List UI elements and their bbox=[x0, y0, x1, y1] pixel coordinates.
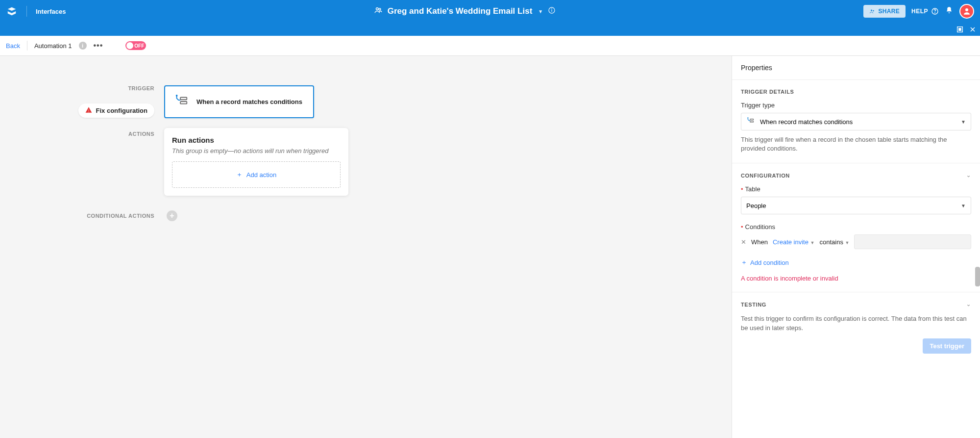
table-select[interactable]: People ▼ bbox=[741, 197, 971, 214]
user-avatar[interactable] bbox=[959, 4, 974, 19]
trigger-type-icon bbox=[746, 117, 755, 127]
trigger-type-label: Trigger type bbox=[741, 102, 971, 109]
trigger-title: When a record matches conditions bbox=[196, 98, 302, 105]
plus-icon: ＋ bbox=[741, 258, 747, 267]
top-bar: Interfaces Greg and Katie's Wedding Emai… bbox=[0, 0, 980, 23]
close-icon[interactable] bbox=[967, 24, 978, 35]
app-logo-icon[interactable] bbox=[6, 5, 18, 17]
share-label: SHARE bbox=[878, 8, 900, 15]
svg-point-14 bbox=[176, 94, 178, 96]
add-condition-label: Add condition bbox=[750, 259, 789, 266]
conditions-label: Conditions bbox=[745, 223, 775, 231]
svg-rect-19 bbox=[750, 121, 754, 122]
table-value: People bbox=[746, 202, 766, 209]
actions-card: Run actions This group is empty—no actio… bbox=[164, 128, 348, 196]
chevron-down-icon[interactable]: ⌄ bbox=[966, 301, 971, 308]
trigger-hint: This trigger will fire when a record in … bbox=[741, 135, 971, 153]
more-menu-icon[interactable]: ••• bbox=[94, 41, 103, 50]
condition-row: ✕ When Create invite ▼ contains ▼ bbox=[741, 234, 971, 249]
add-action-button[interactable]: ＋ Add action bbox=[172, 161, 341, 188]
people-icon bbox=[374, 6, 383, 17]
trigger-flow-icon bbox=[174, 94, 189, 110]
share-button[interactable]: SHARE bbox=[863, 5, 906, 18]
svg-rect-11 bbox=[958, 28, 961, 30]
svg-point-0 bbox=[376, 8, 378, 10]
help-button[interactable]: HELP bbox=[911, 7, 939, 15]
svg-point-5 bbox=[871, 10, 872, 11]
svg-point-17 bbox=[747, 117, 748, 118]
test-trigger-button[interactable]: Test trigger bbox=[923, 338, 971, 354]
condition-error-text: A condition is incomplete or invalid bbox=[741, 275, 971, 282]
table-label: Table bbox=[745, 185, 760, 193]
base-title-area[interactable]: Greg and Katie's Wedding Email List ▼ bbox=[70, 6, 859, 17]
caret-down-icon: ▼ bbox=[961, 119, 966, 125]
fix-configuration-pill[interactable]: Fix configuration bbox=[78, 103, 154, 118]
base-title: Greg and Katie's Wedding Email List bbox=[388, 6, 533, 16]
scrollbar-thumb[interactable] bbox=[975, 267, 980, 286]
info-badge-icon[interactable]: i bbox=[79, 42, 87, 50]
automation-header: Back Automation 1 i ••• OFF bbox=[0, 36, 980, 56]
empty-actions-text: This group is empty—no actions will run … bbox=[172, 147, 341, 155]
properties-header: Properties bbox=[732, 56, 980, 80]
back-button[interactable]: Back bbox=[6, 42, 20, 50]
run-actions-title: Run actions bbox=[172, 136, 341, 144]
svg-point-8 bbox=[935, 13, 935, 13]
caret-down-icon: ▼ bbox=[538, 9, 543, 14]
trigger-details-section: TRIGGER DETAILS Trigger type When record… bbox=[732, 80, 980, 163]
chevron-down-icon[interactable]: ⌄ bbox=[966, 172, 971, 179]
condition-field-select[interactable]: Create invite ▼ bbox=[773, 238, 815, 246]
toggle-label: OFF bbox=[133, 43, 145, 49]
trigger-card[interactable]: When a record matches conditions bbox=[164, 85, 314, 118]
condition-operator-select[interactable]: contains ▼ bbox=[820, 238, 850, 246]
notifications-icon[interactable] bbox=[945, 6, 954, 17]
svg-point-1 bbox=[379, 8, 381, 10]
toggle-knob bbox=[126, 42, 133, 49]
conditional-actions-label: CONDITIONAL ACTIONS bbox=[0, 213, 154, 219]
svg-rect-16 bbox=[180, 101, 187, 103]
info-icon[interactable] bbox=[548, 6, 556, 16]
divider bbox=[27, 41, 27, 51]
svg-point-6 bbox=[873, 10, 875, 12]
svg-point-9 bbox=[965, 8, 968, 11]
svg-rect-18 bbox=[750, 119, 754, 120]
trigger-section-label: TRIGGER bbox=[0, 85, 154, 91]
top-bar-secondary bbox=[0, 23, 980, 36]
fullscreen-icon[interactable] bbox=[955, 24, 965, 35]
add-conditional-action-button[interactable]: + bbox=[167, 210, 177, 221]
testing-section: TESTING ⌄ Test this trigger to confirm i… bbox=[732, 292, 980, 363]
properties-panel: Properties TRIGGER DETAILS Trigger type … bbox=[732, 56, 980, 438]
caret-down-icon: ▼ bbox=[961, 203, 966, 208]
fix-label: Fix configuration bbox=[96, 107, 147, 114]
actions-section-label: ACTIONS bbox=[0, 131, 154, 137]
automation-canvas: TRIGGER Fix configuration When a record … bbox=[0, 56, 732, 438]
condition-value-input[interactable] bbox=[854, 234, 971, 249]
main-area: TRIGGER Fix configuration When a record … bbox=[0, 56, 980, 438]
configuration-title: CONFIGURATION bbox=[741, 173, 790, 179]
testing-hint: Test this trigger to confirm its configu… bbox=[741, 314, 971, 332]
automation-toggle[interactable]: OFF bbox=[125, 41, 146, 50]
svg-point-4 bbox=[552, 9, 552, 9]
divider bbox=[26, 6, 27, 17]
warning-icon bbox=[85, 106, 92, 115]
trigger-details-title: TRIGGER DETAILS bbox=[741, 89, 971, 95]
testing-title: TESTING bbox=[741, 302, 766, 308]
svg-rect-15 bbox=[180, 97, 187, 100]
trigger-type-select[interactable]: When record matches conditions ▼ bbox=[741, 113, 971, 130]
help-label: HELP bbox=[911, 8, 928, 15]
add-condition-button[interactable]: ＋ Add condition bbox=[741, 258, 971, 267]
configuration-section: CONFIGURATION ⌄ •Table People ▼ •Conditi… bbox=[732, 163, 980, 292]
remove-condition-icon[interactable]: ✕ bbox=[741, 238, 746, 246]
plus-icon: ＋ bbox=[236, 170, 243, 179]
when-label: When bbox=[751, 238, 768, 246]
automation-name: Automation 1 bbox=[34, 42, 72, 50]
interfaces-link[interactable]: Interfaces bbox=[36, 8, 66, 15]
add-action-label: Add action bbox=[246, 171, 276, 179]
trigger-type-value: When record matches conditions bbox=[760, 118, 853, 126]
